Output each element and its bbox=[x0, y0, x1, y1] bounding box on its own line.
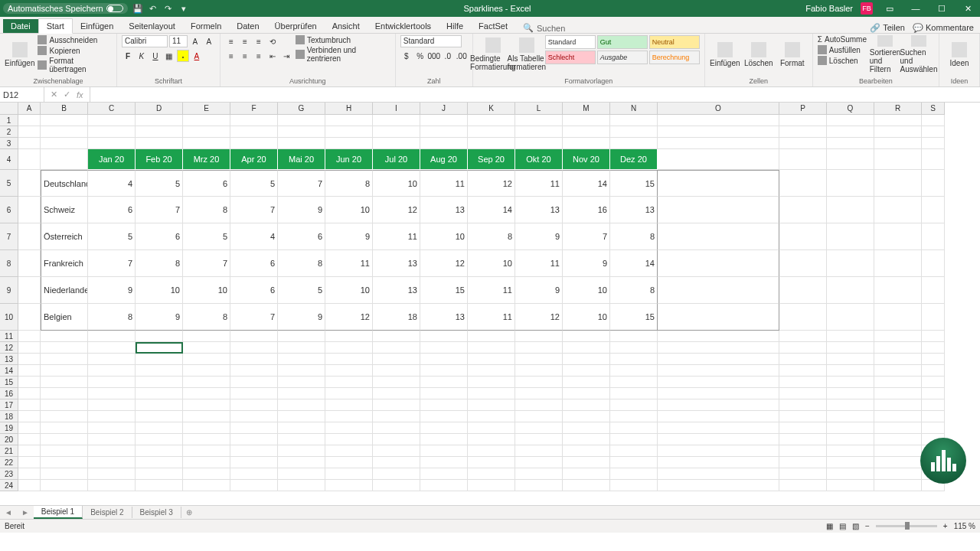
col-header-R[interactable]: R bbox=[874, 103, 922, 115]
col-header-G[interactable]: G bbox=[278, 103, 325, 115]
col-header-M[interactable]: M bbox=[563, 103, 610, 115]
cell-F3[interactable] bbox=[230, 138, 278, 149]
cell-J15[interactable] bbox=[420, 377, 468, 388]
cell-J24[interactable] bbox=[420, 480, 468, 491]
cell-L18[interactable] bbox=[515, 411, 563, 422]
underline-button[interactable]: U bbox=[149, 50, 162, 62]
cell-M13[interactable] bbox=[563, 354, 610, 365]
cell-E21[interactable] bbox=[183, 445, 230, 457]
cell-H13[interactable] bbox=[325, 354, 373, 365]
cell-C2[interactable] bbox=[88, 126, 136, 138]
cell-N15[interactable] bbox=[610, 377, 658, 388]
row-header-18[interactable]: 18 bbox=[0, 411, 18, 422]
cell-B17[interactable] bbox=[41, 399, 88, 411]
cell-H9[interactable]: 10 bbox=[325, 277, 373, 304]
cell-G2[interactable] bbox=[278, 126, 325, 138]
cell-A18[interactable] bbox=[18, 411, 41, 422]
cell-M16[interactable] bbox=[563, 388, 610, 399]
cell-P5[interactable] bbox=[779, 170, 827, 197]
cell-I19[interactable] bbox=[373, 422, 420, 434]
cell-F7[interactable]: 4 bbox=[230, 223, 278, 250]
style-berechnung[interactable]: Berechnung bbox=[649, 51, 700, 64]
cell-Q11[interactable] bbox=[827, 331, 874, 342]
cell-M19[interactable] bbox=[563, 422, 610, 434]
col-header-Q[interactable]: Q bbox=[827, 103, 874, 115]
cell-Q10[interactable] bbox=[827, 304, 874, 331]
cell-D9[interactable]: 10 bbox=[136, 277, 183, 304]
cell-O15[interactable] bbox=[658, 377, 779, 388]
cell-A14[interactable] bbox=[18, 365, 41, 377]
cell-D19[interactable] bbox=[136, 422, 183, 434]
cell-D8[interactable]: 8 bbox=[136, 250, 183, 277]
cell-I7[interactable]: 11 bbox=[373, 223, 420, 250]
cell-C10[interactable]: 8 bbox=[88, 304, 136, 331]
indent-dec-icon[interactable]: ⇤ bbox=[266, 50, 279, 62]
cell-P19[interactable] bbox=[779, 422, 827, 434]
col-header-A[interactable]: A bbox=[18, 103, 41, 115]
row-header-9[interactable]: 9 bbox=[0, 277, 18, 304]
cell-E2[interactable] bbox=[183, 126, 230, 138]
cell-R16[interactable] bbox=[874, 388, 922, 399]
cell-M15[interactable] bbox=[563, 377, 610, 388]
cell-M23[interactable] bbox=[563, 468, 610, 480]
cell-E1[interactable] bbox=[183, 115, 230, 126]
cell-G5[interactable]: 7 bbox=[278, 170, 325, 197]
cell-P8[interactable] bbox=[779, 250, 827, 277]
col-header-P[interactable]: P bbox=[779, 103, 827, 115]
cell-A4[interactable] bbox=[18, 149, 41, 170]
cell-A15[interactable] bbox=[18, 377, 41, 388]
cell-B3[interactable] bbox=[41, 138, 88, 149]
redo-icon[interactable]: ↷ bbox=[163, 3, 174, 14]
zoom-out-button[interactable]: − bbox=[865, 522, 870, 530]
cell-L15[interactable] bbox=[515, 377, 563, 388]
cell-I14[interactable] bbox=[373, 365, 420, 377]
cell-E7[interactable]: 5 bbox=[183, 223, 230, 250]
tab-einfuegen[interactable]: Einfügen bbox=[73, 19, 121, 33]
cell-O22[interactable] bbox=[658, 457, 779, 468]
cell-B10[interactable]: Belgien bbox=[41, 304, 88, 331]
search-box[interactable]: 🔍 Suchen bbox=[523, 23, 565, 33]
insert-cells-button[interactable]: Einfügen bbox=[710, 35, 740, 73]
cell-N9[interactable]: 8 bbox=[610, 277, 658, 304]
cell-N1[interactable] bbox=[610, 115, 658, 126]
cell-L23[interactable] bbox=[515, 468, 563, 480]
cell-B11[interactable] bbox=[41, 331, 88, 342]
col-header-I[interactable]: I bbox=[373, 103, 420, 115]
cell-I21[interactable] bbox=[373, 445, 420, 457]
cell-F4[interactable]: Apr 20 bbox=[230, 149, 278, 170]
cell-O23[interactable] bbox=[658, 468, 779, 480]
cell-I23[interactable] bbox=[373, 468, 420, 480]
tab-entwicklertools[interactable]: Entwicklertools bbox=[368, 19, 439, 33]
cell-D5[interactable]: 5 bbox=[136, 170, 183, 197]
cell-L19[interactable] bbox=[515, 422, 563, 434]
row-header-6[interactable]: 6 bbox=[0, 197, 18, 223]
cell-B13[interactable] bbox=[41, 354, 88, 365]
row-header-24[interactable]: 24 bbox=[0, 480, 18, 491]
row-header-10[interactable]: 10 bbox=[0, 304, 18, 331]
cell-A7[interactable] bbox=[18, 223, 41, 250]
cell-H23[interactable] bbox=[325, 468, 373, 480]
cell-N7[interactable]: 8 bbox=[610, 223, 658, 250]
cell-R8[interactable] bbox=[874, 250, 922, 277]
cell-E16[interactable] bbox=[183, 388, 230, 399]
cell-C22[interactable] bbox=[88, 457, 136, 468]
cell-G3[interactable] bbox=[278, 138, 325, 149]
cell-Q3[interactable] bbox=[827, 138, 874, 149]
cell-P20[interactable] bbox=[779, 434, 827, 445]
cell-F9[interactable]: 6 bbox=[230, 277, 278, 304]
cell-H24[interactable] bbox=[325, 480, 373, 491]
cell-H5[interactable]: 8 bbox=[325, 170, 373, 197]
cell-R4[interactable] bbox=[874, 149, 922, 170]
cell-C21[interactable] bbox=[88, 445, 136, 457]
cell-C6[interactable]: 6 bbox=[88, 197, 136, 223]
cell-M17[interactable] bbox=[563, 399, 610, 411]
cell-H18[interactable] bbox=[325, 411, 373, 422]
cell-M10[interactable]: 10 bbox=[563, 304, 610, 331]
fill-color-button[interactable]: ⬩ bbox=[177, 50, 189, 62]
row-header-11[interactable]: 11 bbox=[0, 331, 18, 342]
cell-M2[interactable] bbox=[563, 126, 610, 138]
cell-F17[interactable] bbox=[230, 399, 278, 411]
cell-J11[interactable] bbox=[420, 331, 468, 342]
tab-start[interactable]: Start bbox=[38, 18, 73, 34]
cell-K18[interactable] bbox=[468, 411, 515, 422]
